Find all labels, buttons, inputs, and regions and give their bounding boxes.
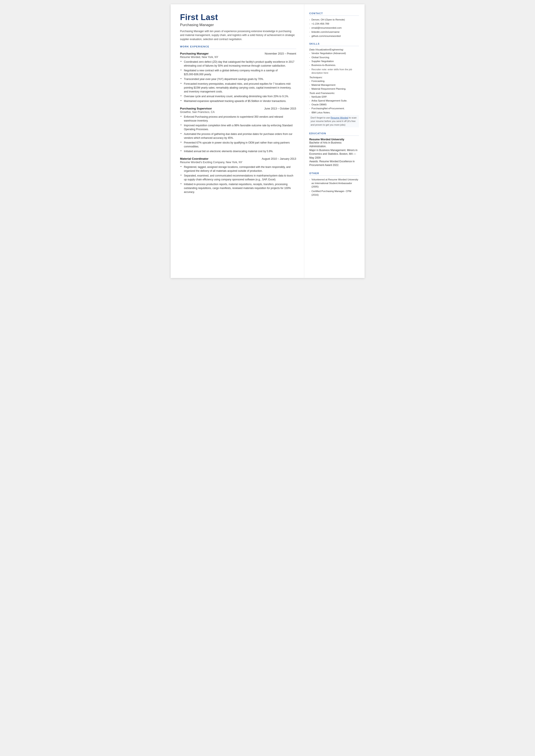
edu-details-1: Major in Business Management. Minors in … [309,149,359,160]
edu-awards-1: Awards: Resume Worded Excellence in Proc… [309,160,359,167]
skill-item-2-3: Material Requirement Planning. [309,87,359,91]
work-experience-section-title: WORK EXPERIENCE [180,45,296,49]
resume-summary: Purchasing Manager with ten years of exp… [180,29,296,42]
resume-title: Purchasing Manager [180,23,296,27]
job-dates-2: June 2013 – October 2015 [264,107,296,110]
contact-section-title: CONTACT [309,12,359,16]
bullet-2-3: Automated the process of gathering due d… [180,132,296,140]
bullet-2-4: Prevented 67% upscale in power stocks by… [180,141,296,149]
contact-section: CONTACT Denver, OH (Open to Remote) +1-2… [309,12,359,38]
bullet-1-4: Forecasted inventory prerequisites, eval… [180,82,296,94]
bullet-3-2: Separated, examined, and communicated re… [180,174,296,182]
contact-item-1: Denver, OH (Open to Remote) [309,18,359,21]
other-section-title: OTHER [309,172,359,176]
bullet-1-3: Transcended year-over-year (YoY) departm… [180,77,296,81]
job-dates-1: November 2015 – Present [265,52,296,55]
skills-section-title: SKILLS [309,42,359,46]
job-header-2: Purchasing Supervisor June 2013 – Octobe… [180,107,296,110]
skill-item-3-5: IBM Lotus Notes. [309,111,359,114]
job-company-1: Resume Worded, New York, NY [180,56,296,59]
contact-item-3: email@resumeworded.com [309,26,359,30]
other-section: OTHER Volunteered at Resume Worded Unive… [309,172,359,197]
contact-item-5: github.com/resumeworded [309,34,359,38]
bullet-3-1: Registered, tagged, assigned storage loc… [180,165,296,173]
skill-category-3: Tools and Frameworks: [309,92,359,95]
skill-recruiter-note: Recruiter note: enter skills from the jo… [309,68,359,75]
bullet-2-1: Enforced Purchasing process and procedur… [180,115,296,123]
skill-item-3-2: Ariba Spend Management Suite. [309,99,359,102]
skill-item-1-1: Vendor Negotiation (Advanced) [309,51,359,55]
skill-item-1-3: Supplier Negotiation [309,60,359,63]
skill-category-1: Data Visualization/Engineering: [309,48,359,51]
job-company-2: Growthsi, San Francisco, CA [180,111,296,114]
bullet-1-2: Negotiated a new contract with a global … [180,69,296,76]
bullet-3-3: Initiated in-process production reports,… [180,182,296,194]
resume-name: First Last [180,13,296,22]
scan-note: Don't forget to use Resume Worded to sca… [309,115,359,127]
job-dates-3: August 2010 – January 2013 [262,157,296,160]
skill-item-1-4: Business-to-Business. [309,63,359,67]
job-title-1: Purchasing Manager [180,52,209,55]
contact-item-4: linkedin.com/in/username [309,30,359,34]
bullet-1-1: Coordinated zero defect (ZD) day that ca… [180,60,296,68]
job-bullets-2: Enforced Purchasing process and procedur… [180,115,296,153]
education-section-title: EDUCATION [309,132,359,136]
right-column: CONTACT Denver, OH (Open to Remote) +1-2… [304,4,365,278]
skill-item-3-1: NetSuite ERP. [309,95,359,98]
skill-item-2-2: Material Management [309,83,359,87]
job-header-3: Material Coordinator August 2010 – Janua… [180,157,296,160]
skill-category-2: Techniques: [309,76,359,79]
bullet-1-6: Maintained expansive spreadsheet trackin… [180,99,296,103]
edu-school-1: Resume Worded University [309,138,359,141]
education-section: EDUCATION Resume Worded University Bache… [309,132,359,167]
bullet-1-5: Oversaw cycle and annual inventory count… [180,95,296,98]
edu-degree-1: Bachelor of Arts in Business Administrat… [309,141,359,149]
job-company-3: Resume Worded's Exciting Company, New Yo… [180,161,296,164]
job-block-3: Material Coordinator August 2010 – Janua… [180,157,296,194]
skills-section: SKILLS Data Visualization/Engineering: V… [309,42,359,127]
other-item-1: Volunteered at Resume Worded University … [309,178,359,188]
job-block-2: Purchasing Supervisor June 2013 – Octobe… [180,107,296,153]
name-block: First Last Purchasing Manager Purchasing… [180,13,296,42]
job-bullets-3: Registered, tagged, assigned storage loc… [180,165,296,194]
skill-item-1-2: Global Sourcing. [309,56,359,59]
bullet-2-2: Improved requisition completion time wit… [180,124,296,131]
job-title-2: Purchasing Supervisor [180,107,212,110]
job-title-3: Material Coordinator [180,157,209,160]
resume-page: First Last Purchasing Manager Purchasing… [171,4,365,278]
bullet-2-5: Initiated annual bid on electronic eleme… [180,149,296,153]
job-block-1: Purchasing Manager November 2015 – Prese… [180,52,296,103]
skill-item-2-1: Forecasting. [309,79,359,83]
edu-entry-1: Resume Worded University Bachelor of Art… [309,138,359,167]
left-column: First Last Purchasing Manager Purchasing… [171,4,304,278]
skill-item-3-4: PurchasingNet eProcurement. [309,107,359,110]
other-item-2: Certified Purchasing Manager- CPM (2016) [309,189,359,197]
skill-item-3-3: Oracle DBMS [309,103,359,106]
job-header-1: Purchasing Manager November 2015 – Prese… [180,52,296,55]
resume-worded-link[interactable]: Resume Worded [330,116,348,119]
job-bullets-1: Coordinated zero defect (ZD) day that ca… [180,60,296,103]
contact-item-2: +1-234-456-789 [309,22,359,25]
